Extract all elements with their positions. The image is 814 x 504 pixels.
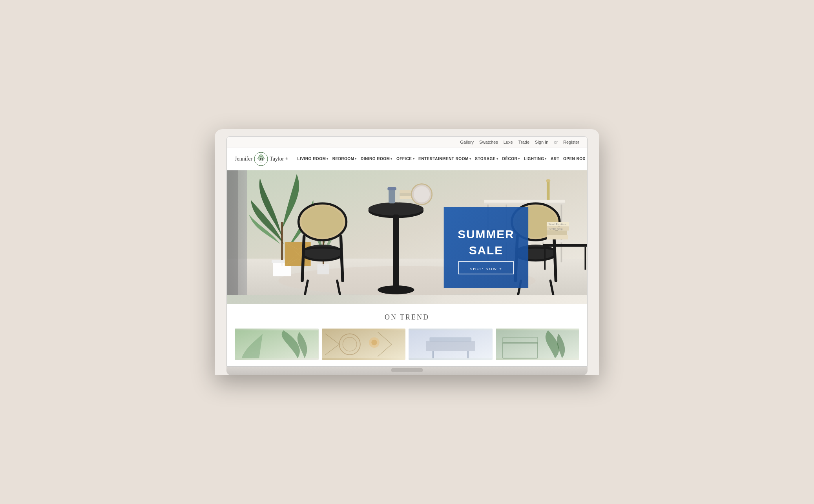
nav-bedroom[interactable]: BEDROOM ▾ (332, 157, 357, 161)
nav-lighting[interactable]: LIGHTING ▾ (524, 157, 547, 161)
nav-open-box[interactable]: OPEN BOX (563, 157, 586, 161)
svg-rect-33 (387, 187, 396, 190)
svg-rect-65 (543, 244, 587, 247)
register-link[interactable]: Register (563, 140, 579, 144)
nav-office[interactable]: OFFICE ▾ (396, 157, 414, 161)
svg-point-29 (369, 202, 424, 215)
logo[interactable]: Jennifer J T (235, 152, 288, 166)
trend-item-1[interactable] (235, 329, 319, 360)
chevron-down-icon: ▾ (469, 157, 471, 161)
svg-text:Wood Furniture: Wood Furniture (549, 223, 566, 226)
svg-rect-13 (227, 170, 238, 295)
chevron-down-icon: ▾ (327, 157, 329, 161)
svg-point-3 (261, 162, 261, 163)
hero-banner: Wood Furniture Dentro de lo SUMMER SALE … (227, 170, 587, 304)
svg-rect-62 (547, 235, 568, 239)
svg-rect-36 (400, 190, 411, 193)
svg-rect-34 (400, 196, 412, 199)
signin-link[interactable]: Sign In (535, 140, 548, 144)
svg-rect-40 (484, 203, 565, 205)
nav-living-room[interactable]: LIVING ROOM ▾ (297, 157, 329, 161)
svg-point-78 (371, 340, 377, 345)
svg-point-47 (546, 179, 550, 182)
svg-point-4 (259, 155, 260, 156)
separator: or (554, 140, 558, 144)
on-trend-title: ON TREND (235, 313, 579, 321)
trend-grid (235, 329, 579, 360)
trend-item-4[interactable] (496, 329, 580, 360)
trend-item-inner-4 (496, 329, 580, 360)
laptop-base (226, 367, 588, 375)
svg-rect-30 (393, 214, 399, 288)
chevron-down-icon: ▾ (355, 157, 357, 161)
trade-link[interactable]: Trade (518, 140, 529, 144)
svg-rect-32 (389, 188, 395, 203)
nav-dining-room[interactable]: DINING ROOM ▾ (361, 157, 392, 161)
trend-item-inner-2 (322, 329, 406, 360)
chevron-down-icon: ▾ (545, 157, 547, 161)
svg-rect-74 (322, 330, 406, 358)
svg-text:SUMMER: SUMMER (458, 228, 514, 241)
svg-text:SALE: SALE (469, 243, 503, 256)
svg-text:SHOP NOW +: SHOP NOW + (470, 267, 502, 270)
chevron-down-icon: ▾ (413, 157, 415, 161)
svg-rect-18 (317, 264, 329, 274)
chevron-down-icon: ▾ (391, 157, 392, 161)
trend-item-inner-1 (235, 329, 319, 360)
nav-storage[interactable]: STORAGE ▾ (475, 157, 498, 161)
logo-text-before: Jennifer (235, 156, 252, 162)
svg-rect-81 (429, 337, 471, 341)
svg-rect-80 (426, 341, 475, 351)
laptop-screen: Gallery Swatches Luxe Trade Sign In or R… (226, 136, 588, 367)
trend-item-3[interactable] (409, 329, 493, 360)
chevron-down-icon: ▾ (496, 157, 498, 161)
logo-trademark: ® (285, 157, 288, 161)
chevron-down-icon: ▾ (518, 157, 520, 161)
svg-rect-61 (547, 230, 567, 235)
svg-text:J: J (259, 157, 261, 161)
nav-decor[interactable]: DÉCOR ▾ (502, 157, 520, 161)
svg-rect-35 (400, 193, 412, 196)
swatches-link[interactable]: Swatches (479, 140, 498, 144)
utility-bar: Gallery Swatches Luxe Trade Sign In or R… (227, 137, 587, 148)
svg-text:Dentro de lo: Dentro de lo (549, 227, 563, 230)
logo-emblem: J T (254, 152, 268, 166)
logo-text-after: Taylor (270, 156, 284, 162)
laptop-wrapper: Gallery Swatches Luxe Trade Sign In or R… (215, 129, 599, 375)
trend-item-inner-3 (409, 329, 493, 360)
luxe-link[interactable]: Luxe (504, 140, 513, 144)
svg-point-31 (378, 285, 414, 294)
on-trend-section: ON TREND (227, 304, 587, 366)
gallery-link[interactable]: Gallery (460, 140, 474, 144)
nav-entertainment-room[interactable]: ENTERTAINMENT ROOM ▾ (418, 157, 471, 161)
main-nav: Jennifer J T (227, 148, 587, 170)
nav-links: LIVING ROOM ▾ BEDROOM ▾ DINING ROOM ▾ OF… (297, 157, 586, 161)
hero-scene: Wood Furniture Dentro de lo SUMMER SALE … (227, 170, 587, 295)
trend-item-2[interactable] (322, 329, 406, 360)
svg-point-22 (301, 206, 343, 237)
svg-rect-46 (547, 181, 549, 200)
svg-text:T: T (261, 157, 264, 161)
svg-point-38 (414, 186, 430, 202)
nav-art[interactable]: ART (551, 157, 559, 161)
svg-point-5 (262, 155, 263, 156)
